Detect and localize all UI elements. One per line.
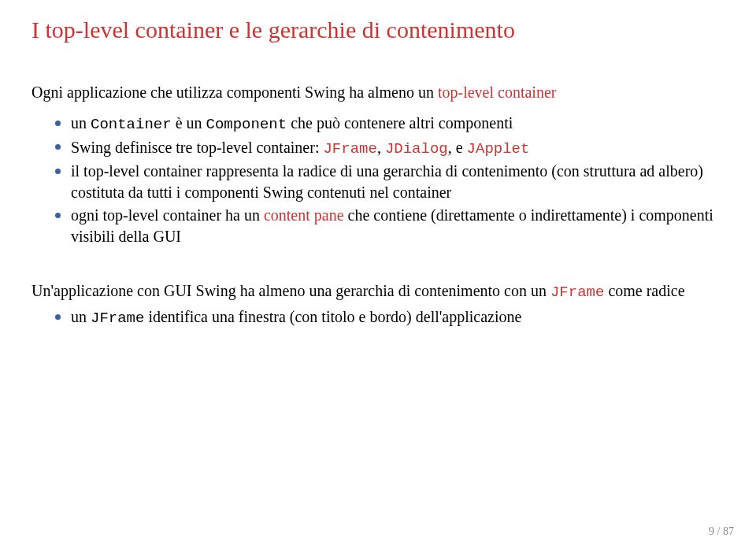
intro-accent: top-level container xyxy=(438,83,557,101)
main-bullet-list: un Container è un Component che può cont… xyxy=(32,113,724,247)
code-token: Component xyxy=(206,116,287,133)
page-number: 9 / 87 xyxy=(709,525,734,538)
section2-intro: Un'applicazione con GUI Swing ha almeno … xyxy=(32,280,724,303)
text-span: il top-level container rappresenta la ra… xyxy=(71,162,703,201)
text-span: , xyxy=(377,139,385,156)
text-span: , e xyxy=(448,139,467,156)
section2-bullet-list: un JFrame identifica una finestra (con t… xyxy=(32,306,724,329)
text-span: un xyxy=(71,114,91,132)
text-span: Swing definisce tre top-level container: xyxy=(71,139,323,156)
text-span: Un'applicazione con GUI Swing ha almeno … xyxy=(32,282,550,299)
code-token: JFrame xyxy=(91,310,144,327)
list-item: ogni top-level container ha un content p… xyxy=(55,205,724,247)
slide-title: I top-level container e le gerarchie di … xyxy=(32,16,724,44)
text-span: è un xyxy=(172,114,206,132)
list-item: un Container è un Component che può cont… xyxy=(55,113,724,135)
list-item: Swing definisce tre top-level container:… xyxy=(55,137,724,160)
section-two: Un'applicazione con GUI Swing ha almeno … xyxy=(32,280,724,328)
code-token: JFrame xyxy=(323,140,376,158)
intro-pre: Ogni applicazione che utilizza component… xyxy=(32,83,438,101)
text-span: come radice xyxy=(604,282,684,299)
text-span: identifica una finestra (con titolo e bo… xyxy=(144,308,521,325)
text-span: che può contenere altri componenti xyxy=(287,114,513,132)
accent-text: content pane xyxy=(264,206,344,224)
text-span: un xyxy=(71,308,91,325)
text-span: ogni top-level container ha un xyxy=(71,206,264,224)
intro-paragraph: Ogni applicazione che utilizza component… xyxy=(32,82,724,103)
list-item: un JFrame identifica una finestra (con t… xyxy=(55,306,724,329)
code-token: JFrame xyxy=(550,284,604,301)
code-token: JApplet xyxy=(467,140,530,158)
code-token: JDialog xyxy=(385,140,448,158)
code-token: Container xyxy=(91,116,172,133)
list-item: il top-level container rappresenta la ra… xyxy=(55,161,724,203)
